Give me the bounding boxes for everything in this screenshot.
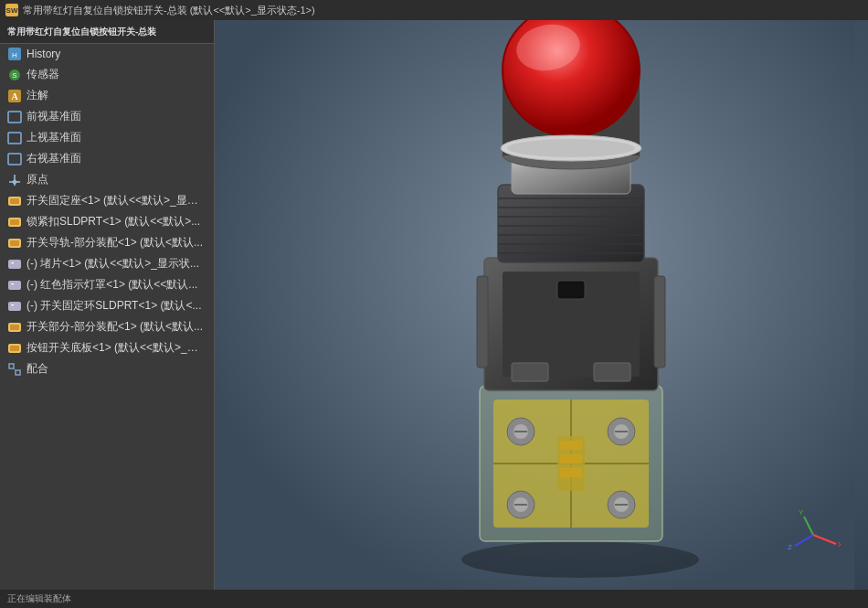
part-icon (7, 341, 22, 356)
sidebar-item-origin[interactable]: 原点 (0, 169, 214, 190)
sidebar-item-label: 前视基准面 (26, 109, 81, 124)
svg-rect-28 (9, 364, 14, 368)
svg-text:-: - (11, 278, 14, 288)
sidebar-item-mate[interactable]: 配合 (0, 358, 214, 379)
sidebar-item-label: 锁紧扣SLDPRT<1> (默认<<默认>... (26, 214, 200, 229)
svg-rect-25 (10, 325, 19, 330)
sidebar-item-label: 传感器 (26, 67, 59, 82)
svg-rect-54 (477, 276, 488, 368)
svg-rect-58 (560, 283, 582, 296)
status-bar: 正在编辑装配体 (0, 590, 868, 608)
mate-icon (7, 362, 22, 377)
sidebar-title: 常用带红灯自复位自锁按钮开关-总装 (7, 26, 156, 38)
sidebar-item-label: 右视基准面 (26, 151, 81, 166)
svg-text:H: H (12, 51, 17, 59)
sidebar-item-part3[interactable]: 开关导轨-部分装配<1> (默认<默认... (0, 232, 214, 253)
sidebar-item-part7[interactable]: 开关部分-部分装配<1> (默认<默认... (0, 316, 214, 337)
sidebar-item-label: 开关部分-部分装配<1> (默认<默认... (26, 319, 203, 335)
svg-rect-7 (8, 133, 21, 144)
annotation-icon: A (7, 89, 22, 103)
svg-rect-50 (560, 441, 582, 450)
sidebar-item-label: 开关固定座<1> (默认<<默认>_显示... (26, 193, 206, 208)
svg-rect-13 (10, 198, 19, 204)
svg-line-82 (795, 535, 813, 546)
axis-indicator: X Y Z (786, 507, 841, 562)
svg-rect-52 (560, 468, 582, 477)
svg-rect-55 (654, 276, 665, 368)
plane-icon (7, 131, 22, 145)
plane-icon (7, 152, 22, 166)
svg-point-32 (461, 541, 699, 578)
plane-icon (7, 110, 22, 124)
sidebar-item-label: 配合 (26, 361, 48, 377)
sidebar: 常用带红灯自复位自锁按钮开关-总装 H History S 传感器 (0, 20, 215, 590)
sidebar-header: 常用带红灯自复位自锁按钮开关-总装 (0, 20, 214, 44)
part-icon (7, 236, 22, 251)
sidebar-item-front-plane[interactable]: 前视基准面 (0, 106, 214, 127)
svg-text:Y: Y (799, 508, 804, 517)
window-title: 常用带红灯自复位自锁按钮开关-总装 (默认<<默认>_显示状态-1>) (23, 4, 315, 17)
sidebar-item-annotation[interactable]: A 注解 (0, 85, 214, 106)
sidebar-item-part1[interactable]: 开关固定座<1> (默认<<默认>_显示... (0, 190, 214, 211)
sidebar-item-label: 上视基准面 (26, 130, 81, 145)
svg-text:S: S (12, 71, 16, 80)
sidebar-item-part5[interactable]: - (-) 红色指示灯罩<1> (默认<<默认... (0, 274, 214, 295)
status-text: 正在编辑装配体 (7, 592, 71, 605)
part-icon (7, 320, 22, 335)
sidebar-item-label: (-) 堵片<1> (默认<<默认>_显示状... (26, 256, 199, 272)
svg-rect-29 (16, 370, 20, 375)
history-icon: H (7, 47, 22, 61)
sidebar-item-label: 注解 (26, 88, 48, 103)
sidebar-item-label: 原点 (26, 172, 48, 187)
svg-text:A: A (11, 91, 18, 101)
sidebar-item-sensor[interactable]: S 传感器 (0, 64, 214, 85)
svg-text:Z: Z (788, 543, 792, 551)
svg-text:X: X (838, 540, 841, 549)
svg-line-30 (14, 368, 16, 370)
svg-text:-: - (11, 257, 14, 267)
svg-rect-51 (560, 454, 582, 464)
sidebar-item-part6[interactable]: - (-) 开关固定环SLDPRT<1> (默认<... (0, 295, 214, 316)
title-bar: SW 常用带红灯自复位自锁按钮开关-总装 (默认<<默认>_显示状态-1>) (0, 0, 868, 20)
part-icon (7, 215, 22, 229)
minus-part-icon: - (7, 257, 22, 272)
app-icon: SW (5, 4, 18, 16)
main-layout: 常用带红灯自复位自锁按钮开关-总装 H History S 传感器 (0, 20, 868, 590)
sensor-icon: S (7, 68, 22, 82)
part-icon (7, 194, 22, 208)
sidebar-item-right-plane[interactable]: 右视基准面 (0, 148, 214, 169)
svg-rect-6 (8, 112, 21, 123)
svg-point-77 (507, 139, 635, 157)
svg-rect-59 (512, 363, 548, 381)
svg-rect-27 (10, 346, 19, 351)
svg-rect-15 (10, 219, 19, 225)
svg-text:-: - (11, 299, 14, 309)
sidebar-item-part8[interactable]: 按钮开关底板<1> (默认<<默认>_显... (0, 337, 214, 358)
svg-line-80 (804, 517, 813, 535)
sidebar-item-part4[interactable]: - (-) 堵片<1> (默认<<默认>_显示状... (0, 253, 214, 274)
sidebar-item-label: (-) 开关固定环SLDPRT<1> (默认<... (26, 298, 201, 314)
sidebar-item-label: 开关导轨-部分装配<1> (默认<默认... (26, 235, 203, 251)
origin-icon (7, 173, 22, 187)
3d-viewport[interactable]: X Y Z (215, 20, 868, 590)
sidebar-item-label: History (26, 48, 60, 60)
sidebar-item-top-plane[interactable]: 上视基准面 (0, 127, 214, 148)
svg-rect-8 (8, 154, 21, 165)
svg-rect-17 (10, 240, 19, 246)
sidebar-item-label: 按钮开关底板<1> (默认<<默认>_显... (26, 340, 206, 356)
svg-rect-60 (594, 363, 630, 381)
sidebar-item-label: (-) 红色指示灯罩<1> (默认<<默认... (26, 277, 197, 293)
sidebar-item-history[interactable]: H History (0, 44, 214, 64)
sidebar-item-part2[interactable]: 锁紧扣SLDPRT<1> (默认<<默认>... (0, 211, 214, 232)
svg-rect-61 (498, 185, 644, 262)
svg-line-78 (813, 535, 836, 544)
minus-part-icon: - (7, 278, 22, 293)
minus-part-icon: - (7, 299, 22, 314)
